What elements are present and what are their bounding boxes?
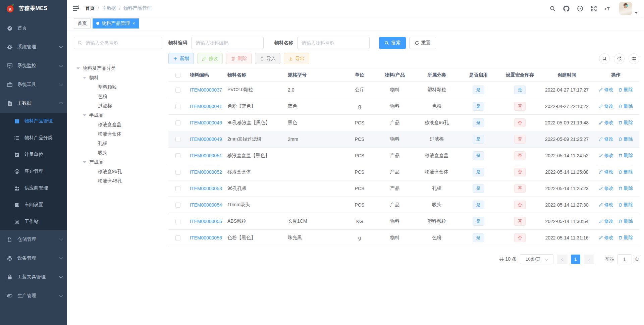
row-checkbox[interactable] [175, 219, 180, 224]
sidebar-item-production-mgmt[interactable]: 生产管理 [0, 286, 67, 305]
row-edit-link[interactable]: 修改 [599, 202, 613, 208]
sidebar-item-tooling-fixture-mgmt[interactable]: 工装夹具管理 [0, 268, 67, 286]
tree-node[interactable]: 移液盒96孔 [74, 167, 162, 176]
material-code-link[interactable]: ITEM00000054 [190, 202, 222, 208]
search-button[interactable]: 搜索 [379, 37, 406, 49]
refresh-button[interactable] [614, 53, 625, 64]
tree-node-root[interactable]: 物料及产品分类 [74, 64, 162, 73]
page-size-select[interactable]: 10条/页 [520, 254, 553, 264]
tree-node[interactable]: 物料 [74, 73, 162, 83]
row-edit-link[interactable]: 修改 [599, 103, 613, 109]
row-delete-link[interactable]: 删除 [618, 218, 633, 224]
tree-node[interactable]: 半成品 [74, 111, 162, 120]
tree-node[interactable]: 塑料颗粒 [74, 83, 162, 92]
tab-home[interactable]: 首页 [74, 18, 91, 29]
user-menu[interactable] [619, 2, 638, 15]
app-logo[interactable]: K 苦糖果MES [0, 0, 67, 17]
material-code-link[interactable]: ITEM00000053 [190, 186, 222, 191]
material-code-link[interactable]: ITEM00000056 [190, 235, 222, 240]
import-button[interactable]: 导入 [255, 53, 280, 64]
tab-material-product-mgmt[interactable]: 物料产品管理 × [93, 18, 139, 29]
export-button[interactable]: 导出 [284, 53, 309, 64]
category-search-input[interactable] [74, 37, 162, 49]
sidebar-item-workstation[interactable]: 工作站 [0, 213, 67, 230]
row-delete-link[interactable]: 删除 [618, 235, 633, 241]
columns-button[interactable] [629, 53, 639, 64]
breadcrumb-master-data[interactable]: 主数据 [102, 5, 116, 11]
row-delete-link[interactable]: 删除 [618, 202, 633, 208]
prev-page-button[interactable] [557, 255, 568, 264]
tree-node[interactable]: 吸头 [74, 148, 162, 158]
sidebar-item-home[interactable]: 首页 [0, 19, 67, 38]
row-checkbox[interactable] [175, 88, 180, 93]
row-edit-link[interactable]: 修改 [599, 185, 613, 192]
row-delete-link[interactable]: 删除 [618, 103, 633, 109]
row-edit-link[interactable]: 修改 [599, 169, 613, 175]
row-delete-link[interactable]: 删除 [618, 120, 633, 126]
sidebar-item-material-product-category[interactable]: 物料产品分类 [0, 129, 67, 146]
tree-node[interactable]: 移液盒盒盖 [74, 120, 162, 129]
row-checkbox[interactable] [175, 186, 180, 191]
sidebar-item-material-product-mgmt[interactable]: 物料产品管理 [0, 113, 67, 129]
tree-node[interactable]: 产成品 [74, 158, 162, 167]
sidebar-item-measure-unit[interactable]: 计量单位 [0, 146, 67, 163]
help-icon[interactable]: ? [577, 5, 583, 12]
edit-button[interactable]: 修改 [197, 53, 223, 64]
sidebar-item-customer-mgmt[interactable]: 客户管理 [0, 163, 67, 180]
search-icon[interactable] [549, 5, 556, 12]
select-all-checkbox[interactable] [175, 73, 180, 78]
github-icon[interactable] [563, 5, 570, 12]
material-code-link[interactable]: ITEM00000052 [190, 169, 222, 175]
material-code-link[interactable]: ITEM00000055 [190, 219, 222, 224]
row-checkbox[interactable] [175, 235, 180, 240]
row-delete-link[interactable]: 删除 [618, 87, 633, 93]
row-edit-link[interactable]: 修改 [599, 153, 613, 159]
row-checkbox[interactable] [175, 137, 180, 142]
toggle-search-button[interactable] [599, 53, 610, 64]
material-code-link[interactable]: ITEM00000049 [190, 137, 222, 142]
tab-close-icon[interactable]: × [132, 21, 135, 25]
sidebar-item-workshop-settings[interactable]: 车间设置 [0, 197, 67, 213]
row-checkbox[interactable] [175, 153, 180, 158]
current-page[interactable]: 1 [571, 255, 580, 264]
next-page-button[interactable] [584, 255, 594, 264]
delete-button[interactable]: 删除 [226, 53, 252, 64]
sidebar-item-system-mgmt[interactable]: 系统管理 [0, 38, 67, 56]
goto-page-input[interactable] [617, 254, 632, 264]
row-delete-link[interactable]: 删除 [618, 136, 633, 142]
reset-button[interactable]: 重置 [409, 37, 436, 49]
row-edit-link[interactable]: 修改 [599, 218, 613, 224]
row-edit-link[interactable]: 修改 [599, 235, 613, 241]
material-code-link[interactable]: ITEM00000051 [190, 153, 222, 158]
row-checkbox[interactable] [175, 170, 180, 175]
row-delete-link[interactable]: 删除 [618, 185, 633, 192]
add-button[interactable]: 新增 [168, 53, 194, 64]
material-code-link[interactable]: ITEM00000037 [190, 87, 222, 93]
row-checkbox[interactable] [175, 120, 180, 125]
avatar[interactable] [619, 2, 632, 15]
sidebar-item-master-data[interactable]: 主数据 [0, 94, 67, 113]
tree-node[interactable]: 移液盒48孔 [74, 176, 162, 186]
material-code-link[interactable]: ITEM00000046 [190, 120, 222, 125]
row-delete-link[interactable]: 删除 [618, 153, 633, 159]
tree-node[interactable]: 移液盒盒体 [74, 129, 162, 139]
fullscreen-icon[interactable] [591, 5, 597, 12]
row-edit-link[interactable]: 修改 [599, 120, 613, 126]
row-edit-link[interactable]: 修改 [599, 136, 613, 142]
row-edit-link[interactable]: 修改 [599, 87, 613, 93]
sidebar-item-system-monitor[interactable]: 系统监控 [0, 56, 67, 75]
sidebar-item-supplier-mgmt[interactable]: 供应商管理 [0, 180, 67, 197]
material-code-input[interactable] [191, 37, 264, 49]
row-delete-link[interactable]: 删除 [618, 169, 633, 175]
font-size-icon[interactable]: TT [604, 5, 611, 12]
tree-node[interactable]: 过滤棉 [74, 101, 162, 111]
sidebar-item-warehouse-mgmt[interactable]: 仓储管理 [0, 230, 67, 249]
sidebar-collapse-icon[interactable] [72, 5, 80, 12]
sidebar-item-equipment-mgmt[interactable]: 设备管理 [0, 249, 67, 268]
breadcrumb-home[interactable]: 首页 [85, 5, 95, 11]
tree-node[interactable]: 孔板 [74, 139, 162, 148]
sidebar-item-system-tools[interactable]: 系统工具 [0, 75, 67, 94]
material-code-link[interactable]: ITEM00000041 [190, 104, 222, 109]
row-checkbox[interactable] [175, 203, 180, 208]
row-checkbox[interactable] [175, 104, 180, 109]
